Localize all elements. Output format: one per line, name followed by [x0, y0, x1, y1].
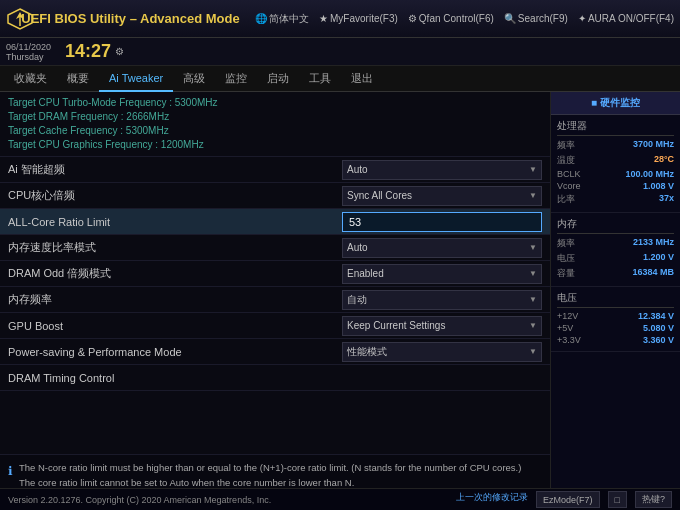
setting-row-dram-odd: DRAM Odd 倍频模式 Enabled ▼: [0, 261, 550, 287]
dropdown-gpu-boost[interactable]: Keep Current Settings ▼: [342, 316, 542, 336]
hw-cpu-row-4: 比率 37x: [557, 193, 674, 206]
tab-monitor[interactable]: 监控: [215, 66, 257, 92]
language-btn[interactable]: 🌐 简体中文: [255, 12, 309, 26]
hw-mem-row-2: 容量 16384 MB: [557, 267, 674, 280]
setting-label-dram-ratio: 内存速度比率模式: [8, 240, 342, 255]
setting-value-ai-oc: Auto ▼: [342, 160, 542, 180]
chevron-down-icon: ▼: [529, 347, 537, 356]
setting-row-all-core: ALL-Core Ratio Limit: [0, 209, 550, 235]
chevron-down-icon: ▼: [529, 321, 537, 330]
header-title: UEFI BIOS Utility – Advanced Mode: [6, 11, 255, 26]
info-line-0: Target CPU Turbo-Mode Frequency : 5300MH…: [8, 96, 542, 110]
chevron-down-icon: ▼: [529, 165, 537, 174]
datetime-bar: 06/11/2020 Thursday 14:27 ⚙: [0, 38, 680, 66]
bottom-buttons: 上一次的修改记录 EzMode(F7) □ 热键?: [456, 491, 672, 508]
header-right: 🌐 简体中文 ★ MyFavorite(F3) ⚙ Qfan Control(F…: [255, 12, 674, 26]
nav-bar: 收藏夹 概要 Ai Tweaker 高级 监控 启动 工具 退出: [0, 66, 680, 92]
hw-volt-section: 电压 +12V 12.384 V +5V 5.080 V +3.3V 3.360…: [551, 287, 680, 352]
hw-volt-row-0: +12V 12.384 V: [557, 311, 674, 321]
setting-row-mem-freq: 内存频率 自动 ▼: [0, 287, 550, 313]
hw-mem-title: 内存: [557, 217, 674, 234]
hw-monitor-panel: ■ 硬件监控 处理器 频率 3700 MHz 温度 28°C BCLK 100.…: [550, 92, 680, 510]
hw-volt-title: 电压: [557, 291, 674, 308]
date-display: 06/11/2020: [6, 42, 51, 52]
tab-overview[interactable]: 概要: [57, 66, 99, 92]
setting-value-power-mode: 性能模式 ▼: [342, 342, 542, 362]
main-area: Target CPU Turbo-Mode Frequency : 5300MH…: [0, 92, 680, 510]
setting-value-dram-odd: Enabled ▼: [342, 264, 542, 284]
aura-btn[interactable]: ✦ AURA ON/OFF(F4): [578, 13, 674, 24]
chevron-down-icon: ▼: [529, 191, 537, 200]
hw-volt-row-2: +3.3V 3.360 V: [557, 335, 674, 345]
header: UEFI BIOS Utility – Advanced Mode 🌐 简体中文…: [0, 0, 680, 38]
info-line-3: Target CPU Graphics Frequency : 1200MHz: [8, 138, 542, 152]
chevron-down-icon: ▼: [529, 269, 537, 278]
hw-cpu-title: 处理器: [557, 119, 674, 136]
hotkey-button[interactable]: 热键?: [635, 491, 672, 508]
screen-button[interactable]: □: [608, 491, 627, 508]
setting-row-ai-oc: Ai 智能超频 Auto ▼: [0, 157, 550, 183]
tab-boot[interactable]: 启动: [257, 66, 299, 92]
content-area: Target CPU Turbo-Mode Frequency : 5300MH…: [0, 92, 550, 510]
hw-cpu-row-2: BCLK 100.00 MHz: [557, 169, 674, 179]
setting-label-gpu-boost: GPU Boost: [8, 320, 342, 332]
setting-label-ai-oc: Ai 智能超频: [8, 162, 342, 177]
hw-mem-row-0: 频率 2133 MHz: [557, 237, 674, 250]
dropdown-power-mode[interactable]: 性能模式 ▼: [342, 342, 542, 362]
myfavorite-btn[interactable]: ★ MyFavorite(F3): [319, 13, 398, 24]
input-all-core[interactable]: [342, 212, 542, 232]
dropdown-dram-ratio[interactable]: Auto ▼: [342, 238, 542, 258]
info-bar: Target CPU Turbo-Mode Frequency : 5300MH…: [0, 92, 550, 157]
setting-value-mem-freq: 自动 ▼: [342, 290, 542, 310]
setting-row-dram-timing: DRAM Timing Control: [0, 365, 550, 391]
settings-gear-icon[interactable]: ⚙: [115, 46, 124, 57]
setting-value-all-core: [342, 212, 542, 232]
chevron-down-icon: ▼: [529, 243, 537, 252]
dropdown-cpu-ratio[interactable]: Sync All Cores ▼: [342, 186, 542, 206]
hw-volt-row-1: +5V 5.080 V: [557, 323, 674, 333]
search-btn[interactable]: 🔍 Search(F9): [504, 13, 568, 24]
hw-cpu-row-0: 频率 3700 MHz: [557, 139, 674, 152]
tab-tools[interactable]: 工具: [299, 66, 341, 92]
setting-label-dram-timing: DRAM Timing Control: [8, 372, 342, 384]
info-note-line-0: The N-core ratio limit must be higher th…: [19, 461, 521, 475]
ezmode-button[interactable]: EzMode(F7): [536, 491, 600, 508]
setting-row-gpu-boost: GPU Boost Keep Current Settings ▼: [0, 313, 550, 339]
setting-label-dram-odd: DRAM Odd 倍频模式: [8, 266, 342, 281]
setting-row-power-mode: Power-saving & Performance Mode 性能模式 ▼: [0, 339, 550, 365]
settings-area: Ai 智能超频 Auto ▼ CPU核心倍频 Sync All Cores ▼: [0, 157, 550, 454]
setting-label-power-mode: Power-saving & Performance Mode: [8, 346, 342, 358]
hw-cpu-row-3: Vcore 1.008 V: [557, 181, 674, 191]
tab-ai-tweaker[interactable]: Ai Tweaker: [99, 66, 173, 92]
star-icon: ★: [319, 13, 328, 24]
dropdown-ai-oc[interactable]: Auto ▼: [342, 160, 542, 180]
hw-monitor-title: ■ 硬件监控: [551, 92, 680, 115]
tab-exit[interactable]: 退出: [341, 66, 383, 92]
weekday-display: Thursday: [6, 52, 51, 62]
tab-favorites[interactable]: 收藏夹: [4, 66, 57, 92]
hw-cpu-section: 处理器 频率 3700 MHz 温度 28°C BCLK 100.00 MHz …: [551, 115, 680, 213]
hw-mem-row-1: 电压 1.200 V: [557, 252, 674, 265]
tab-advanced[interactable]: 高级: [173, 66, 215, 92]
setting-label-mem-freq: 内存频率: [8, 292, 342, 307]
qfan-btn[interactable]: ⚙ Qfan Control(F6): [408, 13, 494, 24]
info-line-2: Target Cache Frequency : 5300MHz: [8, 124, 542, 138]
bottom-bar: Version 2.20.1276. Copyright (C) 2020 Am…: [0, 488, 680, 510]
globe-icon: 🌐: [255, 13, 267, 24]
save-record-link[interactable]: 上一次的修改记录: [456, 491, 528, 508]
setting-row-cpu-ratio: CPU核心倍频 Sync All Cores ▼: [0, 183, 550, 209]
setting-value-cpu-ratio: Sync All Cores ▼: [342, 186, 542, 206]
hw-cpu-row-1: 温度 28°C: [557, 154, 674, 167]
chevron-down-icon: ▼: [529, 295, 537, 304]
info-line-1: Target DRAM Frequency : 2666MHz: [8, 110, 542, 124]
dropdown-mem-freq[interactable]: 自动 ▼: [342, 290, 542, 310]
aura-icon: ✦: [578, 13, 586, 24]
setting-row-dram-ratio: 内存速度比率模式 Auto ▼: [0, 235, 550, 261]
dropdown-dram-odd[interactable]: Enabled ▼: [342, 264, 542, 284]
time-display: 14:27: [65, 41, 111, 62]
hw-mem-section: 内存 频率 2133 MHz 电压 1.200 V 容量 16384 MB: [551, 213, 680, 287]
search-icon: 🔍: [504, 13, 516, 24]
version-text: Version 2.20.1276. Copyright (C) 2020 Am…: [8, 495, 271, 505]
setting-value-dram-ratio: Auto ▼: [342, 238, 542, 258]
setting-label-cpu-ratio: CPU核心倍频: [8, 188, 342, 203]
